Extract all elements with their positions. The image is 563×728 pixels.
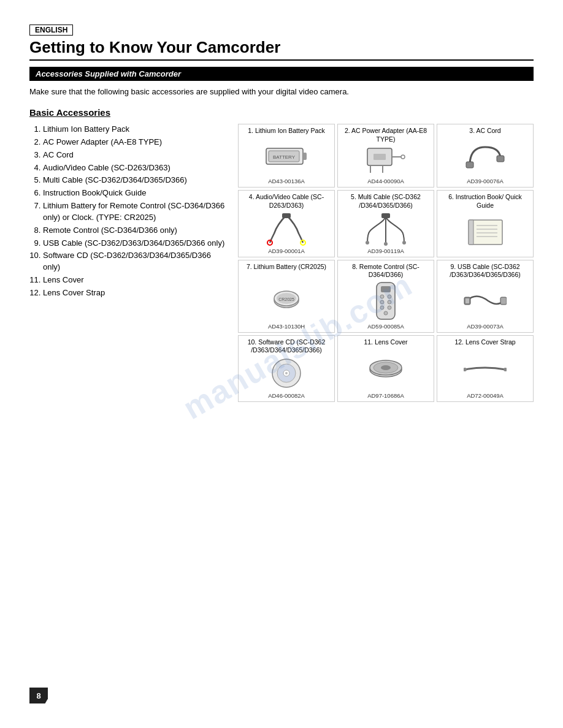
accessories-grid: 1. Lithium Ion Battery Pack BATTERY AD43… xyxy=(238,124,534,402)
svg-rect-39 xyxy=(500,297,507,305)
svg-point-44 xyxy=(285,372,288,374)
svg-rect-20 xyxy=(469,220,473,245)
accessory-image-6 xyxy=(440,212,530,252)
accessory-label-6: 6. Instruction Book/ Quick Guide xyxy=(440,193,530,210)
accessory-image-7: CR2025 xyxy=(242,273,331,321)
accessory-code-7: AD43-10130H xyxy=(268,323,305,330)
list-item-3: AC Cord xyxy=(43,150,226,161)
intro-text: Make sure that the following basic acces… xyxy=(29,87,534,96)
accessory-code-9: AD39-00073A xyxy=(467,323,504,330)
accessory-item-2: 2. AC Power Adapter (AA-E8 TYPE) AD44-00… xyxy=(337,124,434,188)
accessory-item-11: 11. Lens Cover AD97-10686A xyxy=(337,335,434,402)
accessory-label-2: 2. AC Power Adapter (AA-E8 TYPE) xyxy=(341,127,431,143)
accessory-code-3: AD39-00076A xyxy=(467,178,504,184)
content-area: Lithium Ion Battery PackAC Power Adapter… xyxy=(29,124,534,402)
accessory-item-10: 10. Software CD (SC-D362 /D363/D364/D365… xyxy=(238,335,335,402)
accessory-image-8 xyxy=(341,281,431,321)
accessory-label-4: 4. Audio/Video Cable (SC-D263/D363) xyxy=(242,193,331,210)
svg-text:BATTERY: BATTERY xyxy=(273,154,296,160)
svg-point-50 xyxy=(504,368,507,371)
accessory-image-3 xyxy=(440,137,530,176)
basic-accessories-title: Basic Accessories xyxy=(29,107,534,118)
accessory-code-12: AD72-00049A xyxy=(467,392,504,399)
accessory-image-1: BATTERY xyxy=(242,137,331,176)
list-item-2: AC Power Adapter (AA-E8 TYPE) xyxy=(43,137,226,148)
accessory-item-3: 3. AC Cord AD39-00076A xyxy=(437,124,534,188)
list-item-8: Remote Control (SC-D364/D366 only) xyxy=(43,225,226,237)
svg-point-31 xyxy=(380,295,384,298)
accessory-code-8: AD59-00085A xyxy=(367,323,404,330)
svg-rect-14 xyxy=(282,213,291,218)
accessory-image-10 xyxy=(242,357,331,390)
svg-text:CR2025: CR2025 xyxy=(278,297,294,301)
svg-rect-1 xyxy=(303,153,307,160)
accessory-label-10: 10. Software CD (SC-D362 /D363/D364/D365… xyxy=(242,338,331,355)
accessory-item-5: 5. Multi Cable (SC-D362 /D364/D365/D366)… xyxy=(337,190,434,257)
section-header: Accessories Supplied with Camcorder xyxy=(29,67,534,81)
accessory-item-7: 7. Lithium Battery (CR2025) CR2025 AD43-… xyxy=(238,260,335,333)
svg-point-49 xyxy=(464,368,467,371)
list-item-1: Lithium Ion Battery Pack xyxy=(43,124,226,135)
accessory-code-2: AD44-00090A xyxy=(367,178,404,184)
accessory-image-12 xyxy=(440,348,530,390)
svg-point-37 xyxy=(384,311,388,315)
svg-rect-40 xyxy=(465,298,469,303)
svg-rect-10 xyxy=(466,162,473,168)
accessory-label-9: 9. USB Cable (SC-D362 /D363/D364/D365/D3… xyxy=(440,263,530,279)
page-number: 8 xyxy=(29,688,48,703)
list-item-9: USB Cable (SC-D362/D363/D364/D365/D366 o… xyxy=(43,238,226,249)
page: manualslib.com ENGLISH Getting to Know Y… xyxy=(0,0,563,728)
list-item-11: Lens Cover xyxy=(43,275,226,286)
accessory-item-6: 6. Instruction Book/ Quick Guide xyxy=(437,190,534,257)
accessories-list: Lithium Ion Battery PackAC Power Adapter… xyxy=(29,124,226,299)
accessory-label-11: 11. Lens Cover xyxy=(364,338,407,347)
accessory-item-4: 4. Audio/Video Cable (SC-D263/D363) AD39… xyxy=(238,190,335,257)
svg-point-18 xyxy=(402,241,406,245)
svg-point-36 xyxy=(388,306,391,309)
accessory-item-12: 12. Lens Cover Strap AD72-00049A xyxy=(437,335,534,402)
accessory-code-5: AD39-00119A xyxy=(367,248,404,254)
accessory-image-9 xyxy=(440,281,530,321)
accessory-code-4: AD39-00001A xyxy=(268,248,305,254)
accessory-code-10: AD46-00082A xyxy=(268,392,305,399)
accessory-code-1: AD43-00136A xyxy=(268,178,305,184)
svg-point-34 xyxy=(388,300,391,304)
accessory-label-1: 1. Lithium Ion Battery Pack xyxy=(248,127,324,135)
accessory-image-2 xyxy=(341,145,431,176)
svg-point-33 xyxy=(380,300,384,304)
accessory-image-5 xyxy=(341,212,431,246)
svg-rect-5 xyxy=(373,154,386,160)
svg-point-7 xyxy=(401,155,405,159)
list-item-10: Software CD (SC-D362/D363/D364/D365/D366… xyxy=(43,250,226,273)
accessory-item-1: 1. Lithium Ion Battery Pack BATTERY AD43… xyxy=(238,124,335,188)
svg-rect-15 xyxy=(381,213,390,218)
accessory-label-12: 12. Lens Cover Strap xyxy=(454,338,515,347)
list-item-5: Multi Cable (SC-D362/D364/D365/D366) xyxy=(43,175,226,186)
main-title: Getting to Know Your Camcorder xyxy=(29,38,534,61)
items-list: Lithium Ion Battery PackAC Power Adapter… xyxy=(29,124,226,402)
list-item-4: Audio/Video Cable (SC-D263/D363) xyxy=(43,162,226,174)
accessory-item-9: 9. USB Cable (SC-D362 /D363/D364/D365/D3… xyxy=(437,260,534,333)
svg-rect-30 xyxy=(381,286,391,292)
accessory-image-4 xyxy=(242,212,331,246)
svg-rect-11 xyxy=(497,156,504,162)
list-item-7: Lithium Battery for Remote Control (SC-D… xyxy=(43,200,226,224)
svg-point-35 xyxy=(380,306,384,309)
svg-point-32 xyxy=(388,295,391,298)
svg-point-16 xyxy=(366,241,369,245)
svg-point-17 xyxy=(384,242,388,246)
language-badge: ENGLISH xyxy=(29,25,73,36)
accessory-label-5: 5. Multi Cable (SC-D362 /D364/D365/D366) xyxy=(341,193,431,210)
accessory-image-11 xyxy=(341,348,431,390)
accessory-item-8: 8. Remote Control (SC-D364/D366) AD59-00… xyxy=(337,260,434,333)
list-item-6: Instruction Book/Quick Guide xyxy=(43,188,226,199)
list-item-12: Lens Cover Strap xyxy=(43,287,226,299)
accessory-label-8: 8. Remote Control (SC-D364/D366) xyxy=(341,263,431,279)
svg-point-48 xyxy=(381,365,391,370)
accessory-label-7: 7. Lithium Battery (CR2025) xyxy=(247,263,326,271)
accessory-code-11: AD97-10686A xyxy=(367,392,404,399)
accessory-label-3: 3. AC Cord xyxy=(469,127,500,135)
